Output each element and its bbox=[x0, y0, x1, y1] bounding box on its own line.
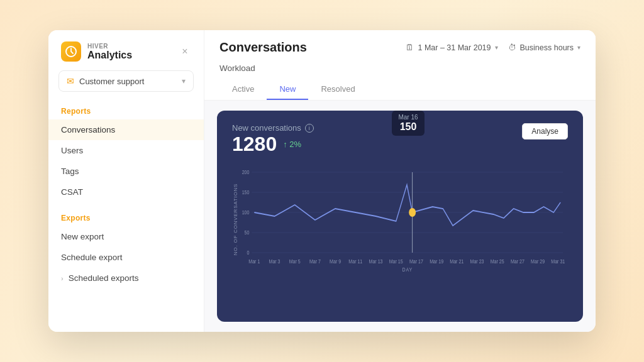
tooltip-date: Mar 16 bbox=[398, 114, 418, 121]
analyse-button[interactable]: Analyse bbox=[522, 123, 568, 140]
svg-text:Mar 13: Mar 13 bbox=[369, 258, 383, 265]
mailbox-icon: ✉ bbox=[67, 76, 74, 86]
date-range-chevron-icon: ▾ bbox=[495, 44, 498, 51]
svg-text:Mar 9: Mar 9 bbox=[330, 258, 341, 265]
reports-section-label: Reports bbox=[48, 102, 204, 119]
svg-text:Mar 21: Mar 21 bbox=[450, 258, 464, 265]
date-range-button[interactable]: 🗓 1 Mar – 31 Mar 2019 ▾ bbox=[406, 43, 497, 52]
mailbox-chevron-icon: ▾ bbox=[182, 77, 186, 85]
svg-text:NO. OF CONVERSATIONS: NO. OF CONVERSATIONS bbox=[233, 184, 238, 255]
logo-icon bbox=[61, 41, 81, 62]
sidebar-item-conversations[interactable]: Conversations bbox=[48, 119, 204, 140]
logo-text: HIVER Analytics bbox=[87, 43, 132, 61]
svg-text:100: 100 bbox=[242, 209, 250, 216]
arrow-icon: › bbox=[61, 275, 64, 282]
close-button[interactable]: × bbox=[179, 45, 191, 58]
svg-text:Mar 31: Mar 31 bbox=[551, 258, 565, 265]
mailbox-label: Customer support bbox=[79, 77, 144, 86]
chart-value-row: 1280 ↑ 2% bbox=[232, 133, 314, 156]
tabs: Active New Resolved bbox=[219, 79, 580, 100]
sidebar-item-schedule-export[interactable]: Schedule export bbox=[48, 247, 204, 268]
chart-card: New conversations i 1280 ↑ 2% Analyse Ma… bbox=[217, 111, 583, 322]
svg-text:Mar 19: Mar 19 bbox=[430, 258, 443, 265]
chart-container: New conversations i 1280 ↑ 2% Analyse Ma… bbox=[204, 101, 596, 332]
workload-label: Workload bbox=[219, 63, 580, 79]
date-range-label: 1 Mar – 31 Mar 2019 bbox=[418, 43, 491, 52]
tab-resolved[interactable]: Resolved bbox=[308, 79, 367, 100]
chart-change: ↑ 2% bbox=[283, 140, 301, 149]
svg-text:Mar 11: Mar 11 bbox=[348, 258, 362, 265]
chart-svg: 200 150 100 50 0 bbox=[232, 166, 568, 273]
sidebar-item-tags[interactable]: Tags bbox=[48, 161, 204, 182]
logo-analytics-label: Analytics bbox=[87, 50, 132, 61]
tab-active[interactable]: Active bbox=[219, 79, 267, 100]
svg-text:50: 50 bbox=[245, 229, 250, 236]
sidebar-header: HIVER Analytics × bbox=[48, 30, 204, 70]
sidebar-item-csat[interactable]: CSAT bbox=[48, 182, 204, 202]
svg-text:150: 150 bbox=[242, 189, 250, 195]
header-controls: 🗓 1 Mar – 31 Mar 2019 ▾ ⏱ Business hours… bbox=[406, 43, 580, 52]
scheduled-exports-label: Scheduled exports bbox=[69, 273, 139, 283]
clock-icon: ⏱ bbox=[508, 43, 516, 52]
svg-text:Mar 7: Mar 7 bbox=[309, 258, 321, 265]
chart-svg-wrapper: 200 150 100 50 0 bbox=[232, 166, 568, 273]
svg-text:Mar 29: Mar 29 bbox=[531, 258, 545, 265]
chart-title: New conversations bbox=[232, 123, 301, 133]
svg-text:Mar 25: Mar 25 bbox=[491, 258, 504, 265]
chart-top: New conversations i 1280 ↑ 2% Analyse bbox=[232, 123, 568, 163]
tab-new[interactable]: New bbox=[267, 79, 308, 100]
business-hours-button[interactable]: ⏱ Business hours ▾ bbox=[508, 43, 580, 52]
header-top: Conversations 🗓 1 Mar – 31 Mar 2019 ▾ ⏱ … bbox=[219, 40, 580, 63]
svg-text:Mar 15: Mar 15 bbox=[389, 258, 403, 265]
page-title: Conversations bbox=[219, 40, 307, 55]
mailbox-selector[interactable]: ✉ Customer support ▾ bbox=[58, 70, 194, 92]
sidebar-item-new-export[interactable]: New export bbox=[48, 226, 204, 247]
svg-text:Mar 23: Mar 23 bbox=[470, 258, 484, 265]
sidebar-item-scheduled-exports[interactable]: › Scheduled exports bbox=[48, 268, 204, 288]
svg-text:200: 200 bbox=[242, 169, 250, 175]
svg-point-12 bbox=[409, 209, 415, 216]
svg-text:DAY: DAY bbox=[402, 266, 413, 273]
sidebar-item-users[interactable]: Users bbox=[48, 140, 204, 161]
svg-text:Mar 17: Mar 17 bbox=[409, 258, 423, 265]
svg-text:Mar 27: Mar 27 bbox=[511, 258, 525, 265]
info-icon[interactable]: i bbox=[305, 124, 314, 133]
exports-section-label: Exports bbox=[48, 209, 204, 226]
logo: HIVER Analytics bbox=[61, 41, 132, 62]
app-window: HIVER Analytics × ✉ Customer support ▾ R… bbox=[48, 30, 596, 332]
calendar-icon: 🗓 bbox=[406, 43, 414, 52]
svg-text:Mar 5: Mar 5 bbox=[289, 258, 301, 265]
mailbox-left: ✉ Customer support bbox=[67, 76, 144, 86]
main-content: Conversations 🗓 1 Mar – 31 Mar 2019 ▾ ⏱ … bbox=[204, 30, 596, 332]
sidebar: HIVER Analytics × ✉ Customer support ▾ R… bbox=[48, 30, 204, 332]
main-header: Conversations 🗓 1 Mar – 31 Mar 2019 ▾ ⏱ … bbox=[204, 30, 596, 101]
svg-text:0: 0 bbox=[247, 250, 250, 256]
chart-value: 1280 bbox=[232, 133, 277, 156]
chart-title-row: New conversations i bbox=[232, 123, 314, 133]
logo-hiver-label: HIVER bbox=[87, 43, 132, 50]
svg-text:Mar 3: Mar 3 bbox=[269, 258, 280, 265]
scheduled-exports-row: › Scheduled exports bbox=[61, 273, 191, 283]
business-hours-label: Business hours bbox=[520, 43, 574, 52]
business-hours-chevron-icon: ▾ bbox=[577, 44, 580, 51]
svg-text:Mar 1: Mar 1 bbox=[248, 258, 260, 265]
